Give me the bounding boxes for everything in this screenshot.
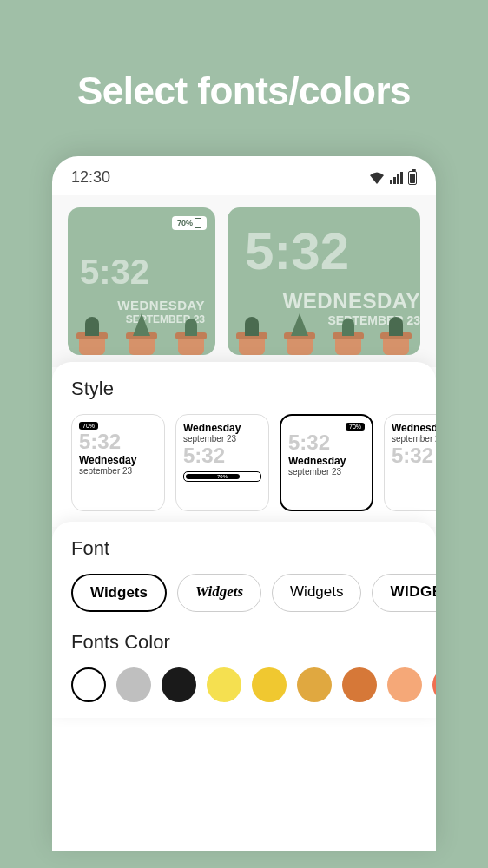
color-option-7[interactable] bbox=[342, 667, 377, 702]
widget-preview-small[interactable]: 70% 5:32 WEDNESDAY SEPTEMBER 23 bbox=[68, 207, 215, 355]
widget-time: 5:32 bbox=[245, 221, 349, 281]
font-option-3[interactable]: Widgets bbox=[272, 574, 361, 612]
style-option-4[interactable]: Wednesday september 23 5:32 bbox=[384, 414, 436, 511]
color-option-6[interactable] bbox=[297, 667, 332, 702]
style-badge: 70% bbox=[346, 423, 365, 431]
font-options-row: Widgets Widgets Widgets WIDGET bbox=[71, 574, 436, 612]
color-option-9[interactable] bbox=[432, 667, 436, 702]
style-section: Style 70% 5:32 Wednesday september 23 We… bbox=[52, 362, 436, 527]
font-option-1[interactable]: Widgets bbox=[71, 574, 167, 612]
widget-preview-row: 70% 5:32 WEDNESDAY SEPTEMBER 23 5:32 WED… bbox=[52, 195, 436, 367]
font-label: Font bbox=[71, 537, 436, 560]
wifi-icon bbox=[369, 172, 385, 184]
style-time: 5:32 bbox=[79, 430, 157, 454]
color-option-5[interactable] bbox=[252, 667, 287, 702]
style-option-2[interactable]: Wednesday september 23 5:32 bbox=[175, 414, 269, 511]
color-option-2[interactable] bbox=[116, 667, 151, 702]
style-date: september 23 bbox=[392, 434, 436, 444]
style-date: september 23 bbox=[288, 467, 365, 477]
color-option-8[interactable] bbox=[387, 667, 422, 702]
style-time: 5:32 bbox=[392, 444, 436, 468]
font-section: Font Widgets Widgets Widgets WIDGET Font… bbox=[52, 522, 436, 718]
font-option-4[interactable]: WIDGET bbox=[372, 574, 436, 612]
widget-day: WEDNESDAY bbox=[283, 289, 420, 313]
cactus-decoration bbox=[228, 312, 420, 355]
widget-day: WEDNESDAY bbox=[117, 298, 205, 312]
style-badge: 70% bbox=[79, 422, 98, 430]
status-icons bbox=[369, 171, 417, 185]
style-day: Wednesday bbox=[392, 422, 436, 434]
style-day: Wednesday bbox=[79, 454, 157, 466]
style-option-1[interactable]: 70% 5:32 Wednesday september 23 bbox=[71, 414, 165, 511]
style-options-row: 70% 5:32 Wednesday september 23 Wednesda… bbox=[71, 414, 436, 511]
color-option-1[interactable] bbox=[71, 667, 106, 702]
fonts-color-label: Fonts Color bbox=[71, 631, 436, 654]
status-bar: 12:30 bbox=[52, 156, 436, 195]
widget-time: 5:32 bbox=[80, 253, 149, 292]
signal-icon bbox=[390, 172, 403, 184]
style-date: september 23 bbox=[183, 434, 261, 444]
color-option-3[interactable] bbox=[162, 667, 196, 702]
battery-icon bbox=[408, 171, 417, 185]
color-option-4[interactable] bbox=[207, 667, 241, 702]
style-progress-bar bbox=[183, 471, 261, 482]
color-options-row bbox=[71, 667, 436, 702]
style-label: Style bbox=[71, 378, 436, 400]
phone-frame: 12:30 70% 5:32 WEDNESDAY SEPTEMBER 23 5:… bbox=[52, 156, 436, 851]
style-time: 5:32 bbox=[288, 431, 365, 455]
style-day: Wednesday bbox=[288, 455, 365, 467]
style-option-3[interactable]: 70% 5:32 Wednesday september 23 bbox=[280, 414, 373, 511]
widget-preview-large[interactable]: 5:32 WEDNESDAY SEPTEMBER 23 bbox=[228, 207, 420, 355]
style-time: 5:32 bbox=[183, 444, 261, 468]
status-time: 12:30 bbox=[71, 168, 110, 187]
page-title: Select fonts/colors bbox=[0, 0, 488, 156]
battery-badge: 70% bbox=[172, 216, 207, 230]
cactus-decoration bbox=[68, 312, 215, 355]
font-option-2[interactable]: Widgets bbox=[177, 574, 261, 612]
style-day: Wednesday bbox=[183, 422, 261, 434]
style-date: september 23 bbox=[79, 466, 157, 476]
